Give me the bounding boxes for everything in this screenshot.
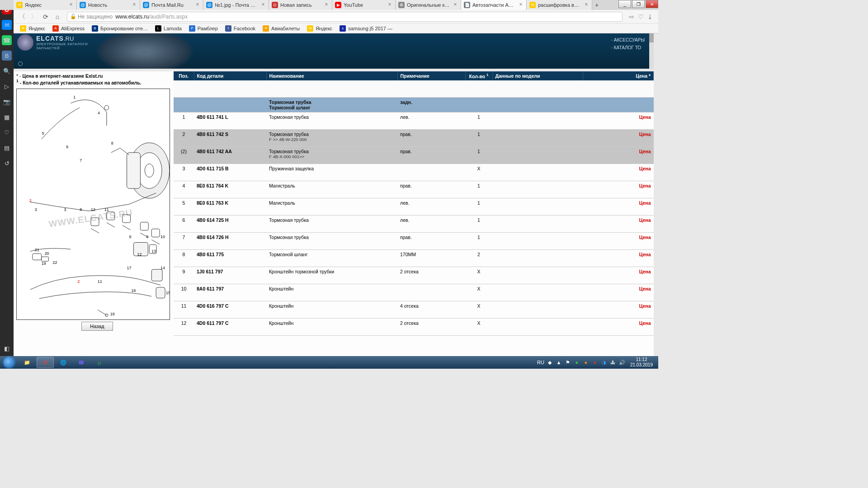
table-row[interactable]: 4 8E0 611 764 K Магистраль прав. 1 Цена (174, 181, 654, 198)
news-icon[interactable]: ▤ (2, 143, 12, 153)
table-row[interactable]: 6 4B0 614 725 H Тормозная трубка лев. 1 … (174, 216, 654, 233)
tray-network-icon[interactable]: 🖧 (609, 359, 617, 366)
messenger-icon[interactable]: ✉ (2, 20, 12, 30)
price-link[interactable]: Цена (583, 216, 654, 233)
table-row[interactable]: 9 1J0 611 797 Кронштейн тормозной трубки… (174, 267, 654, 284)
start-button[interactable] (0, 356, 18, 369)
tab-close-icon[interactable]: × (195, 2, 200, 8)
bookmark-item[interactable]: ЯЯндекс (16, 25, 49, 32)
tray-clock[interactable]: 11:1221.03.2019 (627, 357, 656, 368)
price-link[interactable]: Цена (583, 250, 654, 267)
bookmark-item[interactable]: РРамблер (185, 25, 222, 32)
price-link[interactable]: Цена (583, 284, 654, 301)
tray-app4-icon[interactable]: ◑ (600, 359, 608, 366)
table-row[interactable]: 11 4D0 616 797 C Кронштейн 4 отсека X Це… (174, 301, 654, 319)
tab-close-icon[interactable]: × (518, 2, 524, 8)
browser-tab[interactable]: ЯЯндекс× (14, 0, 77, 10)
header-scrollbar[interactable] (649, 33, 654, 69)
taskbar-opera[interactable]: O (37, 357, 54, 368)
sidebar-toggle-icon[interactable]: ◧ (2, 343, 12, 353)
tray-up-icon[interactable]: ▲ (555, 359, 562, 366)
table-row[interactable]: 10 8A0 611 797 Кронштейн X Цена (174, 284, 654, 301)
home-icon[interactable]: ⌂ (52, 12, 62, 22)
price-link[interactable]: Цена (583, 181, 654, 198)
table-row[interactable]: 1 4B0 611 741 L Тормозная трубка лев. 1 … (174, 113, 654, 130)
back-nav-icon[interactable]: 〈 (17, 12, 27, 22)
download-icon[interactable]: ⤓ (647, 13, 653, 20)
tray-app3-icon[interactable]: ● (591, 359, 599, 366)
taskbar-utorrent[interactable]: µ (91, 357, 108, 368)
tray-flag-icon[interactable]: ⚑ (564, 359, 571, 366)
table-row[interactable]: 12 4D0 611 797 C Кронштейн 2 отсека X Це… (174, 319, 654, 336)
new-tab-button[interactable]: + (592, 0, 601, 10)
table-row[interactable]: 8 4B0 611 775 Тормозной шланг 170MM 2 Це… (174, 250, 654, 267)
table-row[interactable]: 2 4B0 611 742 S Тормозная трубкаF >> 4B-… (174, 130, 654, 147)
tray-app1-icon[interactable]: ● (573, 359, 580, 366)
tab-close-icon[interactable]: × (387, 2, 392, 8)
apps-icon[interactable]: ▦ (2, 112, 12, 122)
tray-steam-icon[interactable]: ◆ (546, 359, 553, 366)
tab-close-icon[interactable]: × (132, 2, 137, 8)
bookmark-item[interactable]: BБронирование оте… (88, 25, 151, 32)
browser-tab[interactable]: DНовая запись× (269, 0, 332, 10)
url-input[interactable]: Не защищено www.elcats.ru /audi/Parts.as… (67, 12, 623, 22)
price-link[interactable]: Цена (583, 267, 654, 284)
bookmark-item[interactable]: AAliExpress (49, 25, 88, 32)
forward-nav-icon[interactable]: 〉 (29, 12, 39, 22)
taskbar-explorer[interactable]: 📁 (19, 357, 36, 368)
cell-model (492, 301, 583, 319)
browser-tab[interactable]: ⚙Оригинальные катало…× (396, 0, 461, 10)
tab-close-icon[interactable]: × (453, 2, 458, 8)
camera-icon[interactable]: 📷 (2, 97, 12, 107)
table-row[interactable]: 3 4D0 611 715 B Пружинная защелка X Цена (174, 164, 654, 181)
table-row[interactable]: (2) 4B0 611 742 AA Тормозная трубкаF 4B-… (174, 147, 654, 164)
maximize-button[interactable]: ❐ (632, 0, 645, 8)
history-icon[interactable]: ↺ (2, 158, 12, 168)
bookmark-label: Facebook (234, 26, 255, 31)
minimize-button[interactable]: _ (618, 0, 631, 8)
browser-tab[interactable]: ▶YouTube× (332, 0, 396, 10)
bookmark-item[interactable]: ✈Авиабилеты (259, 25, 303, 32)
price-link[interactable]: Цена (583, 319, 654, 336)
whatsapp-icon[interactable]: ☎ (2, 35, 12, 45)
nav-link-accessories[interactable]: АКСЕССУАРЫ (611, 36, 645, 44)
tab-close-icon[interactable]: × (324, 2, 329, 8)
taskbar-viber[interactable]: ☎ (73, 357, 90, 368)
bookmark-item[interactable]: ЯЯндекс (303, 25, 336, 32)
price-link[interactable]: Цена (583, 130, 654, 147)
tab-close-icon[interactable]: × (584, 2, 589, 8)
vpn-icon[interactable]: ⇨ (629, 13, 634, 20)
bookmark-item[interactable]: fFacebook (222, 25, 259, 32)
browser-tab[interactable]: @Почта Mail.Ru× (140, 0, 203, 10)
table-row[interactable]: 7 4B0 614 726 H Тормозная трубка прав. 1… (174, 233, 654, 250)
price-link[interactable]: Цена (583, 198, 654, 216)
bookmark-item[interactable]: LLamoda (151, 25, 185, 32)
heart-icon[interactable]: ♡ (2, 127, 12, 137)
tab-close-icon[interactable]: × (260, 2, 266, 8)
table-row[interactable]: 5 8E0 611 763 K Магистраль лев. 1 Цена (174, 198, 654, 216)
search-icon[interactable]: 🔍 (2, 66, 12, 76)
price-link[interactable]: Цена (583, 113, 654, 130)
price-link[interactable]: Цена (583, 147, 654, 164)
browser-tab[interactable]: 📄Автозапчасти AUDI - э…× (461, 0, 527, 10)
bookmark-item[interactable]: ssamsung j5 2017 — (336, 25, 396, 32)
svg-text:11: 11 (98, 279, 102, 284)
price-link[interactable]: Цена (583, 164, 654, 181)
reload-icon[interactable]: ⟳ (41, 12, 51, 22)
back-button[interactable]: Назад (81, 322, 113, 331)
tray-volume-icon[interactable]: 🔊 (618, 359, 626, 366)
price-link[interactable]: Цена (583, 233, 654, 250)
tray-app2-icon[interactable]: ● (582, 359, 590, 366)
play-icon[interactable]: ▷ (2, 81, 12, 91)
browser-tab[interactable]: @№1.jpg - Почта Mail.Ru× (203, 0, 269, 10)
browser-tab[interactable]: Ярасшифровка вин код…× (527, 0, 592, 10)
price-link[interactable]: Цена (583, 301, 654, 319)
bookmark-icon[interactable]: ♡ (638, 13, 644, 20)
tab-close-icon[interactable]: × (68, 2, 74, 8)
vk-icon[interactable]: B (2, 51, 12, 61)
tray-lang[interactable]: RU (537, 359, 544, 366)
browser-tab[interactable]: @Новость× (77, 0, 140, 10)
nav-link-catalog[interactable]: КАТАЛОГ ТО (611, 44, 645, 52)
close-button[interactable]: ✕ (646, 0, 658, 8)
taskbar-chrome[interactable]: 🌐 (55, 357, 72, 368)
